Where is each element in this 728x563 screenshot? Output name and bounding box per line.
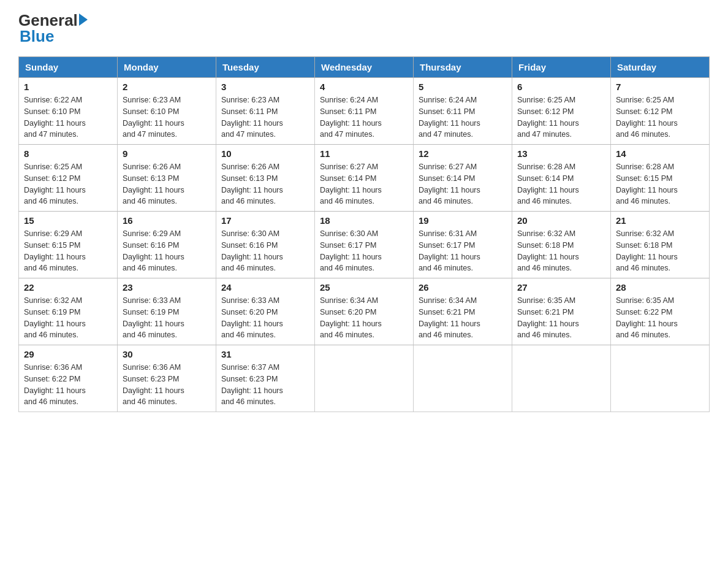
day-info: Sunrise: 6:26 AMSunset: 6:13 PMDaylight:… [123,161,211,207]
day-number: 23 [123,282,211,293]
day-info: Sunrise: 6:35 AMSunset: 6:22 PMDaylight:… [616,295,704,341]
day-number: 14 [616,148,704,159]
calendar-cell [512,345,611,412]
day-number: 5 [419,82,507,92]
day-number: 13 [517,148,605,159]
calendar-week-row: 8Sunrise: 6:25 AMSunset: 6:12 PMDaylight… [19,145,710,212]
calendar-cell [611,345,710,412]
day-info: Sunrise: 6:28 AMSunset: 6:15 PMDaylight:… [616,161,704,207]
day-info: Sunrise: 6:37 AMSunset: 6:23 PMDaylight:… [221,362,309,408]
calendar-cell: 8Sunrise: 6:25 AMSunset: 6:12 PMDaylight… [19,145,118,212]
weekday-header-saturday: Saturday [611,57,710,78]
calendar-cell: 28Sunrise: 6:35 AMSunset: 6:22 PMDayligh… [611,278,710,345]
calendar-cell [315,345,414,412]
calendar-cell: 3Sunrise: 6:23 AMSunset: 6:11 PMDaylight… [216,78,315,145]
day-number: 4 [320,82,408,92]
calendar-cell: 14Sunrise: 6:28 AMSunset: 6:15 PMDayligh… [611,145,710,212]
day-number: 9 [123,148,211,159]
day-info: Sunrise: 6:29 AMSunset: 6:15 PMDaylight:… [24,228,112,274]
day-info: Sunrise: 6:25 AMSunset: 6:12 PMDaylight:… [517,94,605,140]
day-number: 27 [517,282,605,293]
day-number: 25 [320,282,408,293]
day-number: 22 [24,282,112,293]
day-number: 3 [221,82,309,92]
day-number: 24 [221,282,309,293]
day-info: Sunrise: 6:34 AMSunset: 6:21 PMDaylight:… [419,295,507,341]
calendar-table: SundayMondayTuesdayWednesdayThursdayFrid… [18,56,710,412]
calendar-cell [414,345,512,412]
calendar-cell: 20Sunrise: 6:32 AMSunset: 6:18 PMDayligh… [512,212,611,278]
calendar-cell: 13Sunrise: 6:28 AMSunset: 6:14 PMDayligh… [512,145,611,212]
day-info: Sunrise: 6:31 AMSunset: 6:17 PMDaylight:… [419,228,507,274]
day-info: Sunrise: 6:23 AMSunset: 6:10 PMDaylight:… [123,94,211,140]
calendar-week-row: 1Sunrise: 6:22 AMSunset: 6:10 PMDaylight… [19,78,710,145]
calendar-cell: 1Sunrise: 6:22 AMSunset: 6:10 PMDaylight… [19,78,118,145]
day-info: Sunrise: 6:34 AMSunset: 6:20 PMDaylight:… [320,295,408,341]
day-info: Sunrise: 6:25 AMSunset: 6:12 PMDaylight:… [24,161,112,207]
day-info: Sunrise: 6:26 AMSunset: 6:13 PMDaylight:… [221,161,309,207]
weekday-header-thursday: Thursday [414,57,512,78]
day-number: 11 [320,148,408,159]
calendar-week-row: 29Sunrise: 6:36 AMSunset: 6:22 PMDayligh… [19,345,710,412]
day-number: 19 [419,215,507,226]
calendar-cell: 24Sunrise: 6:33 AMSunset: 6:20 PMDayligh… [216,278,315,345]
calendar-cell: 15Sunrise: 6:29 AMSunset: 6:15 PMDayligh… [19,212,118,278]
day-info: Sunrise: 6:24 AMSunset: 6:11 PMDaylight:… [419,94,507,140]
calendar-cell: 7Sunrise: 6:25 AMSunset: 6:12 PMDaylight… [611,78,710,145]
calendar-week-row: 15Sunrise: 6:29 AMSunset: 6:15 PMDayligh… [19,212,710,278]
day-info: Sunrise: 6:28 AMSunset: 6:14 PMDaylight:… [517,161,605,207]
day-info: Sunrise: 6:25 AMSunset: 6:12 PMDaylight:… [616,94,704,140]
calendar-cell: 9Sunrise: 6:26 AMSunset: 6:13 PMDaylight… [118,145,216,212]
day-number: 15 [24,215,112,226]
page-header: General Blue [18,12,710,44]
day-info: Sunrise: 6:33 AMSunset: 6:19 PMDaylight:… [123,295,211,341]
day-info: Sunrise: 6:23 AMSunset: 6:11 PMDaylight:… [221,94,309,140]
day-info: Sunrise: 6:36 AMSunset: 6:23 PMDaylight:… [123,362,211,408]
calendar-cell: 22Sunrise: 6:32 AMSunset: 6:19 PMDayligh… [19,278,118,345]
weekday-header-monday: Monday [118,57,216,78]
day-info: Sunrise: 6:32 AMSunset: 6:18 PMDaylight:… [616,228,704,274]
calendar-cell: 17Sunrise: 6:30 AMSunset: 6:16 PMDayligh… [216,212,315,278]
day-number: 31 [221,349,309,359]
day-number: 8 [24,148,112,159]
day-number: 30 [123,349,211,359]
day-number: 29 [24,349,112,359]
calendar-cell: 5Sunrise: 6:24 AMSunset: 6:11 PMDaylight… [414,78,512,145]
calendar-cell: 23Sunrise: 6:33 AMSunset: 6:19 PMDayligh… [118,278,216,345]
weekday-header-wednesday: Wednesday [315,57,414,78]
logo-arrow-icon [79,13,88,26]
day-number: 17 [221,215,309,226]
day-info: Sunrise: 6:33 AMSunset: 6:20 PMDaylight:… [221,295,309,341]
calendar-cell: 12Sunrise: 6:27 AMSunset: 6:14 PMDayligh… [414,145,512,212]
calendar-cell: 10Sunrise: 6:26 AMSunset: 6:13 PMDayligh… [216,145,315,212]
calendar-cell: 16Sunrise: 6:29 AMSunset: 6:16 PMDayligh… [118,212,216,278]
weekday-header-friday: Friday [512,57,611,78]
day-number: 26 [419,282,507,293]
logo-general: General [18,12,78,28]
day-number: 18 [320,215,408,226]
day-info: Sunrise: 6:29 AMSunset: 6:16 PMDaylight:… [123,228,211,274]
day-info: Sunrise: 6:36 AMSunset: 6:22 PMDaylight:… [24,362,112,408]
day-info: Sunrise: 6:27 AMSunset: 6:14 PMDaylight:… [419,161,507,207]
calendar-cell: 31Sunrise: 6:37 AMSunset: 6:23 PMDayligh… [216,345,315,412]
day-number: 10 [221,148,309,159]
day-number: 7 [616,82,704,92]
calendar-cell: 2Sunrise: 6:23 AMSunset: 6:10 PMDaylight… [118,78,216,145]
day-number: 28 [616,282,704,293]
day-number: 16 [123,215,211,226]
calendar-cell: 30Sunrise: 6:36 AMSunset: 6:23 PMDayligh… [118,345,216,412]
weekday-header-tuesday: Tuesday [216,57,315,78]
calendar-cell: 26Sunrise: 6:34 AMSunset: 6:21 PMDayligh… [414,278,512,345]
logo-blue: Blue [20,28,88,44]
day-info: Sunrise: 6:30 AMSunset: 6:17 PMDaylight:… [320,228,408,274]
calendar-cell: 18Sunrise: 6:30 AMSunset: 6:17 PMDayligh… [315,212,414,278]
day-info: Sunrise: 6:35 AMSunset: 6:21 PMDaylight:… [517,295,605,341]
calendar-cell: 29Sunrise: 6:36 AMSunset: 6:22 PMDayligh… [19,345,118,412]
day-info: Sunrise: 6:30 AMSunset: 6:16 PMDaylight:… [221,228,309,274]
day-info: Sunrise: 6:32 AMSunset: 6:19 PMDaylight:… [24,295,112,341]
day-number: 20 [517,215,605,226]
weekday-header-sunday: Sunday [19,57,118,78]
calendar-week-row: 22Sunrise: 6:32 AMSunset: 6:19 PMDayligh… [19,278,710,345]
calendar-cell: 27Sunrise: 6:35 AMSunset: 6:21 PMDayligh… [512,278,611,345]
day-number: 2 [123,82,211,92]
